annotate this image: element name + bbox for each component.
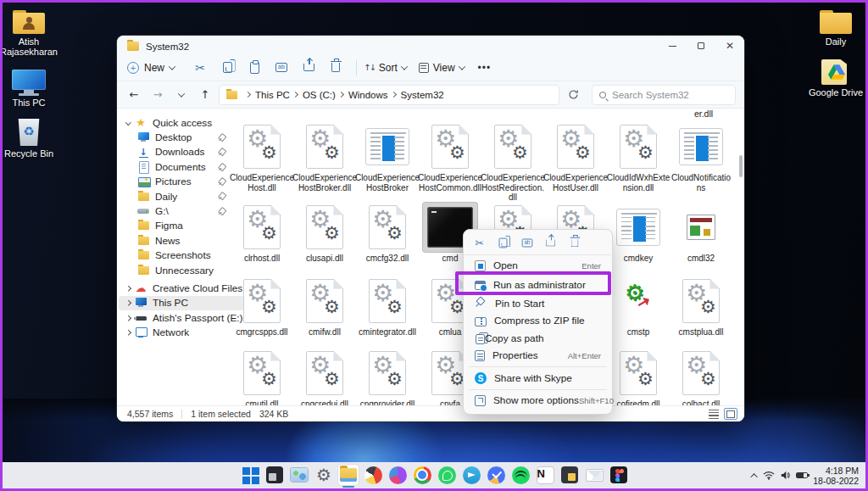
sidebar-item[interactable]: News bbox=[119, 233, 244, 248]
file-tile[interactable]: ⚙⚙cngprovider.dll bbox=[356, 349, 419, 410]
quick-action-button[interactable] bbox=[472, 236, 487, 250]
sidebar-item[interactable]: Figma bbox=[119, 219, 244, 233]
toolbar-icon-button[interactable] bbox=[322, 56, 349, 80]
context-menu-item[interactable]: Show more options Shift+F10 bbox=[467, 392, 609, 410]
sidebar-item[interactable]: Daily bbox=[119, 189, 244, 204]
quick-action-button[interactable] bbox=[543, 236, 558, 250]
quick-action-button[interactable] bbox=[567, 236, 581, 250]
new-button[interactable]: + New bbox=[127, 62, 175, 74]
sidebar-item[interactable]: Creative Cloud Files bbox=[119, 281, 244, 295]
thumbnail-view-button[interactable] bbox=[724, 408, 737, 420]
battery-icon[interactable] bbox=[796, 472, 808, 479]
taskbar-icon[interactable] bbox=[437, 465, 457, 485]
file-tile[interactable]: ⚙⚙cmintegrator.dll bbox=[356, 276, 419, 338]
taskbar-icon[interactable] bbox=[338, 465, 359, 485]
sidebar-item[interactable]: Desktop bbox=[119, 130, 244, 144]
taskbar-icon[interactable] bbox=[461, 465, 481, 485]
sidebar-item[interactable]: This PC bbox=[119, 296, 244, 310]
context-menu-item[interactable]: Pin to Start bbox=[467, 295, 609, 313]
taskbar-icon[interactable] bbox=[387, 465, 408, 485]
volume-icon[interactable] bbox=[780, 471, 791, 480]
breadcrumb-segment[interactable]: Windows bbox=[336, 90, 388, 100]
breadcrumb-segment[interactable]: OS (C:) bbox=[290, 90, 336, 100]
taskbar-icon[interactable] bbox=[609, 465, 629, 485]
sidebar-item[interactable]: Downloads bbox=[119, 145, 244, 159]
forward-button[interactable]: → bbox=[147, 85, 168, 105]
sidebar-item[interactable]: Unnecessary bbox=[119, 263, 244, 277]
taskbar-icon[interactable] bbox=[264, 465, 285, 485]
wifi-icon[interactable] bbox=[763, 471, 775, 480]
taskbar-icon[interactable] bbox=[584, 465, 604, 485]
file-tile[interactable]: ⚙⚙cmstp bbox=[607, 276, 670, 338]
taskbar-icon[interactable] bbox=[240, 465, 260, 485]
sidebar-item[interactable]: Pictures bbox=[119, 175, 244, 189]
expand-chevron-icon[interactable] bbox=[124, 331, 132, 335]
expand-chevron-icon[interactable] bbox=[124, 316, 132, 321]
context-menu-item[interactable]: Share with Skype bbox=[467, 370, 609, 388]
file-tile[interactable]: ⚙⚙CloudExperience HostRedirection. dll bbox=[481, 122, 544, 203]
taskbar-icon[interactable] bbox=[314, 465, 334, 485]
file-tile[interactable]: ⚙⚙cmstplua.dll bbox=[670, 276, 732, 338]
view-button[interactable]: View bbox=[419, 62, 465, 74]
file-tile[interactable]: ⚙⚙cmifw.dll bbox=[293, 276, 356, 338]
toolbar-icon-button[interactable] bbox=[186, 56, 214, 80]
toolbar-icon-button[interactable] bbox=[214, 56, 241, 80]
sidebar-item[interactable]: Network bbox=[119, 325, 244, 339]
clock[interactable]: 4:18 PM 18-08-2022 bbox=[813, 466, 859, 486]
taskbar-icon[interactable] bbox=[412, 465, 432, 485]
taskbar-icon[interactable] bbox=[486, 465, 506, 485]
breadcrumb-segment[interactable]: This PC bbox=[242, 90, 290, 100]
quick-action-button[interactable] bbox=[496, 236, 510, 250]
file-tile[interactable]: ⚙⚙CloudExperience HostBroker bbox=[356, 122, 419, 203]
file-tile[interactable]: ⚙⚙clrhost.dll bbox=[231, 203, 293, 264]
see-more-button[interactable]: ••• bbox=[478, 62, 492, 74]
context-menu-item[interactable]: Compress to ZIP file bbox=[467, 312, 609, 330]
toolbar-icon-button[interactable] bbox=[241, 56, 268, 80]
minimize-button[interactable] bbox=[658, 36, 687, 56]
maximize-button[interactable] bbox=[687, 36, 715, 56]
file-tile[interactable]: ⚙⚙cmgrcspps.dll bbox=[231, 276, 293, 338]
desktop-icon-daily[interactable]: Daily bbox=[807, 5, 865, 47]
context-menu-item[interactable] bbox=[469, 366, 607, 367]
file-tile[interactable]: ⚙⚙colbact.dll bbox=[670, 349, 732, 410]
file-tile[interactable]: ⚙⚙cmdl32 bbox=[670, 203, 732, 264]
search-box[interactable]: Search System32 bbox=[592, 85, 736, 105]
title-bar[interactable]: System32 ✕ bbox=[117, 36, 744, 53]
taskbar-icon[interactable] bbox=[510, 465, 531, 485]
details-view-button[interactable] bbox=[709, 410, 719, 419]
file-tile[interactable]: ⚙⚙cmdkey bbox=[607, 203, 670, 264]
toolbar-icon-button[interactable] bbox=[268, 56, 295, 80]
sidebar-item[interactable]: Screenshots bbox=[119, 248, 244, 263]
scrollbar[interactable] bbox=[739, 155, 743, 177]
file-tile[interactable]: ⚙⚙CloudExperience HostUser.dll bbox=[544, 122, 607, 203]
expand-chevron-icon[interactable] bbox=[124, 120, 132, 125]
recent-locations-button[interactable] bbox=[171, 85, 192, 105]
file-label-partial[interactable]: er.dll bbox=[672, 109, 735, 119]
file-tile[interactable]: ⚙⚙CloudIdWxhExte nsion.dll bbox=[607, 122, 670, 203]
context-menu-item[interactable]: Properties Alt+Enter bbox=[467, 347, 609, 365]
file-tile[interactable]: ⚙⚙cofiredm.dll bbox=[607, 349, 670, 410]
tray-expand-icon[interactable] bbox=[751, 473, 758, 480]
file-tile[interactable]: ⚙⚙cngcredui.dll bbox=[293, 349, 356, 410]
file-tile[interactable]: ⚙⚙CloudNotificatio ns bbox=[670, 122, 732, 203]
desktop-icon-google-drive[interactable]: Google Drive bbox=[807, 56, 865, 98]
context-menu-item[interactable]: Copy as path bbox=[467, 330, 609, 348]
breadcrumb-segment[interactable]: System32 bbox=[388, 90, 444, 100]
toolbar-icon-button[interactable] bbox=[295, 56, 322, 80]
sidebar-item[interactable]: G:\ bbox=[119, 204, 244, 218]
taskbar-icon[interactable] bbox=[535, 465, 555, 485]
sidebar-item[interactable]: Quick access bbox=[119, 115, 244, 130]
desktop-icon-user-folder[interactable]: Atish Rajasekharan bbox=[2, 5, 56, 57]
sidebar-item[interactable]: Documents bbox=[119, 159, 244, 174]
up-button[interactable]: ↑ bbox=[195, 85, 215, 105]
desktop-icon-this-pc[interactable]: This PC bbox=[2, 66, 56, 108]
expand-chevron-icon[interactable] bbox=[124, 287, 132, 291]
desktop-icon-recycle-bin[interactable]: ♻ Recycle Bin bbox=[2, 117, 56, 159]
file-tile[interactable]: ⚙⚙CloudExperience HostCommon.dll bbox=[419, 122, 481, 203]
file-tile[interactable]: ⚙⚙CloudExperience Host.dll bbox=[231, 122, 293, 203]
file-tile[interactable]: ⚙⚙CloudExperience HostBroker.dll bbox=[293, 122, 356, 203]
context-menu-item[interactable] bbox=[469, 389, 607, 390]
breadcrumb[interactable]: This PCOS (C:)WindowsSystem32 bbox=[219, 85, 559, 105]
sort-button[interactable]: ↑↓ Sort bbox=[364, 62, 407, 74]
close-button[interactable]: ✕ bbox=[715, 36, 744, 56]
